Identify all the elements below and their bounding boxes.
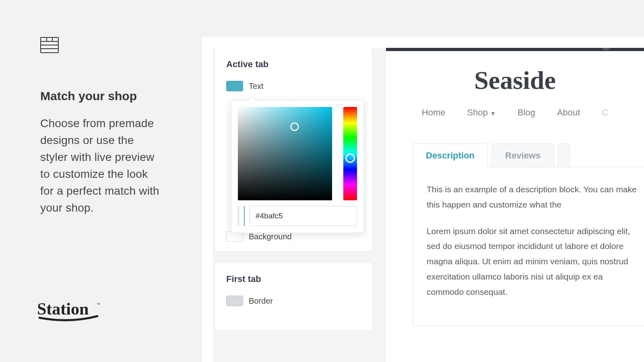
- preview-topbar: Checkout / 0 /: [386, 48, 644, 51]
- hue-slider[interactable]: [343, 107, 357, 200]
- alpha-swatch[interactable]: [238, 206, 239, 226]
- shop-nav: Home Shop▼ Blog About C: [386, 107, 644, 118]
- first-border-swatch[interactable]: [226, 296, 243, 306]
- saturation-value-area[interactable]: [238, 107, 332, 200]
- chevron-down-icon: ▼: [490, 110, 496, 117]
- nav-home[interactable]: Home: [422, 107, 446, 118]
- tab-description[interactable]: Description: [413, 144, 488, 167]
- nav-shop[interactable]: Shop▼: [467, 107, 496, 118]
- tab-reviews[interactable]: Reviews: [492, 144, 554, 167]
- shop-logo: Seaside: [386, 66, 644, 95]
- active-background-label: Background: [249, 232, 292, 241]
- nav-more[interactable]: C: [602, 107, 608, 118]
- svg-text:Station: Station: [37, 300, 89, 318]
- svg-text:™: ™: [97, 302, 100, 306]
- promo-title: Match your shop: [40, 89, 161, 103]
- cart-icon[interactable]: [584, 48, 593, 50]
- wireframe-icon: [40, 37, 161, 55]
- app-panel: Active tab Text Background First tab: [201, 36, 644, 362]
- description-para-1: This is an example of a description bloc…: [427, 182, 640, 212]
- search-icon[interactable]: [630, 48, 638, 50]
- active-tab-heading: Active tab: [226, 59, 361, 70]
- description-para-2: Lorem ipsum dolor sit amet consectetur a…: [427, 224, 640, 300]
- cart-count-badge: 0: [601, 48, 611, 50]
- first-tab-heading: First tab: [226, 274, 361, 284]
- station-logo: Station ™: [37, 298, 101, 324]
- hue-handle[interactable]: [345, 153, 355, 163]
- promo-body: Choose from premade designs or use the s…: [40, 115, 161, 216]
- checkout-link[interactable]: Checkout: [531, 48, 566, 49]
- hex-input[interactable]: [250, 206, 357, 226]
- active-text-swatch[interactable]: [226, 81, 243, 91]
- tab-extra[interactable]: [558, 144, 570, 167]
- first-tab-card: First tab Border: [215, 263, 372, 330]
- color-picker: [231, 100, 364, 233]
- active-text-label: Text: [249, 82, 264, 91]
- nav-about[interactable]: About: [557, 107, 580, 118]
- live-preview: Checkout / 0 / Seaside: [386, 48, 644, 362]
- nav-blog[interactable]: Blog: [518, 107, 535, 118]
- current-color-swatch: [244, 206, 245, 226]
- sv-handle[interactable]: [290, 122, 299, 131]
- first-border-label: Border: [249, 296, 273, 306]
- tab-content: This is an example of a description bloc…: [413, 167, 644, 326]
